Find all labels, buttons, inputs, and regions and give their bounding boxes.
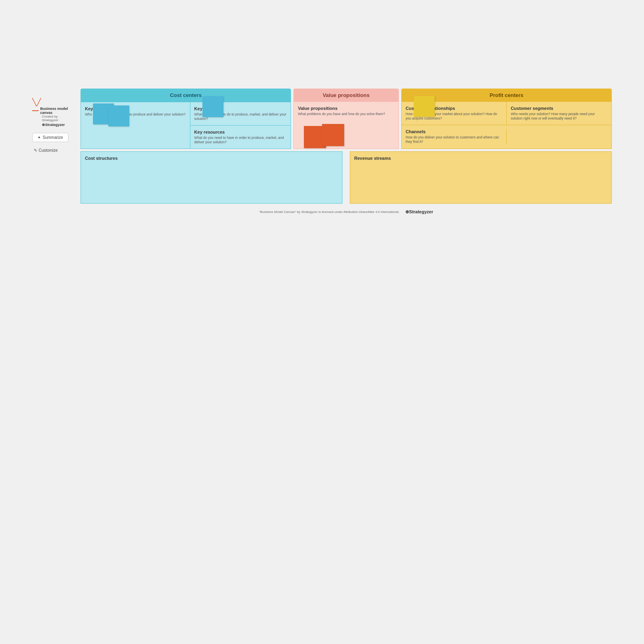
left-sidebar: ╲╱ Business model canvas Created by Stra… [32, 89, 72, 153]
cost-structures-panel: Cost structures [80, 151, 343, 204]
summarize-button[interactable]: ✦ Summarize [32, 133, 68, 142]
brand-area: ╲╱ Business model canvas Created by Stra… [32, 91, 72, 131]
page-wrapper: ╲╱ Business model canvas Created by Stra… [0, 0, 644, 644]
top-area [0, 0, 644, 89]
sticky-note-orange-2[interactable] [322, 124, 344, 146]
key-activities-resources-panel: Key activities What do you need to do to… [190, 102, 291, 149]
section-profit-centers: Profit centers Customer relationships Ho… [401, 89, 612, 149]
section-value-props: Value propositions Value propositions Wh… [293, 89, 399, 149]
channels-left: Channels How do you deliver your solutio… [406, 129, 507, 144]
customize-label: Customize [39, 148, 58, 153]
footer-text: "Business Model Canvas" by Strategyzer i… [259, 210, 400, 214]
bottom-spacer [345, 151, 347, 204]
revenue-streams-panel: Revenue streams [350, 151, 612, 204]
vp-title: Value propositions [298, 106, 394, 111]
canvas-bottom-row: Cost structures Revenue streams [80, 151, 612, 204]
sticky-note-blue-2[interactable] [108, 105, 129, 126]
canvas-wrapper: Cost centers Key partners Who should be … [80, 89, 612, 225]
brand-title: Business model canvas [40, 107, 72, 115]
channels-title: Channels [406, 129, 503, 134]
channels-desc: How do you deliver your solution to cust… [406, 135, 503, 144]
key-partners-panel: Key partners Who should be involved as y… [80, 102, 190, 149]
customer-segments-title: Customer segments [511, 106, 607, 111]
customer-relationships-panel: Customer relationships How do you talk t… [401, 102, 507, 125]
brand-subtitle: Created by Strategyzer [42, 115, 72, 122]
vp-desc: What problems do you have and how do you… [298, 112, 394, 116]
bottom-area [0, 483, 644, 644]
canvas-footer: "Business Model Canvas" by Strategyzer i… [80, 206, 612, 217]
brand-icon: ╲╱ [32, 99, 72, 106]
profit-centers-inner: Customer relationships How do you talk t… [401, 102, 612, 149]
revenue-streams-title: Revenue streams [354, 156, 607, 161]
profit-top-row: Customer relationships How do you talk t… [401, 102, 612, 125]
customize-icon: ✎ [34, 148, 37, 153]
customer-segments-panel: Customer segments Who needs your solutio… [507, 102, 612, 125]
channels-right [507, 129, 607, 144]
summarize-icon: ✦ [37, 135, 41, 140]
main-content: ╲╱ Business model canvas Created by Stra… [0, 89, 644, 483]
key-resources-title: Key resources [194, 130, 287, 134]
sticky-note-yellow-1[interactable] [414, 96, 435, 117]
channels-panel: Channels How do you deliver your solutio… [401, 125, 612, 149]
customer-segments-desc: Who needs your solution? How many people… [511, 112, 607, 121]
key-resources-panel: Key resources What do you need to have i… [190, 126, 291, 149]
cost-centers-inner: Key partners Who should be involved as y… [80, 102, 291, 149]
customize-button[interactable]: ✎ Customize [34, 148, 58, 153]
key-resources-desc: What do you need to have in order to pro… [194, 136, 287, 144]
footer-logo: ⊕Strategyzer [405, 209, 433, 215]
customize-area: ✎ Customize [34, 148, 72, 153]
summarize-label: Summarize [43, 135, 63, 140]
action-area: ✦ Summarize [32, 133, 72, 142]
value-props-content: Value propositions What problems do you … [293, 102, 399, 149]
cost-centers-header: Cost centers [80, 89, 291, 102]
section-cost-centers: Cost centers Key partners Who should be … [80, 89, 291, 149]
strategyzer-logo-text: ⊕Strategyzer [42, 123, 72, 127]
cost-structures-title: Cost structures [85, 156, 338, 161]
value-props-header: Value propositions [293, 89, 399, 102]
key-activities-panel: Key activities What do you need to do to… [190, 102, 291, 126]
sticky-note-blue-3[interactable] [202, 96, 223, 117]
canvas-top-row: Cost centers Key partners Who should be … [80, 89, 612, 149]
